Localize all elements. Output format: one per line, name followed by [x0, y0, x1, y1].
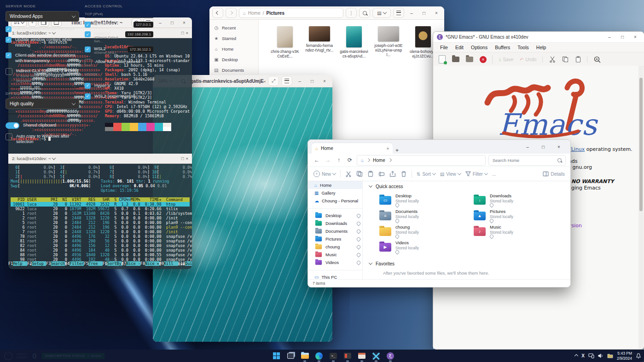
- search-input[interactable]: Search Home: [488, 155, 566, 166]
- undo-button[interactable]: ↶Undo: [520, 57, 536, 62]
- file-thumbnail[interactable]: gatis-marcinkevics-a5uptAd...: [340, 26, 368, 144]
- auto-copy-checkbox[interactable]: [6, 133, 12, 140]
- checkbox[interactable]: ✓: [6, 26, 12, 32]
- terminal-tab-2[interactable]: 2: luca@x410dev: ~ □ ×: [8, 154, 192, 164]
- shared-clipboard-row[interactable]: Shared clipboard: [6, 122, 79, 129]
- close-button[interactable]: ×: [630, 33, 640, 41]
- rename-icon[interactable]: [378, 171, 385, 177]
- minimize-button[interactable]: –: [520, 142, 535, 152]
- new-file-icon[interactable]: [439, 55, 446, 63]
- copy-icon[interactable]: [562, 56, 569, 63]
- fkey-kill[interactable]: F9Kill: [159, 261, 178, 266]
- volume-icon[interactable]: [598, 353, 603, 358]
- delete-icon[interactable]: [400, 171, 407, 177]
- view-toggle-button[interactable]: ▤: [372, 8, 391, 18]
- sidebar-item-home[interactable]: ⌂Home: [209, 44, 258, 54]
- menu-file[interactable]: File: [437, 44, 451, 51]
- refresh-button[interactable]: ⟳: [346, 157, 354, 163]
- search-button[interactable]: [359, 8, 370, 18]
- process-row[interactable]: 2 root 20 0 2448 1328 1220 S 0.0 0.0 0:0…: [11, 216, 190, 220]
- new-tab-button[interactable]: +: [395, 147, 399, 154]
- display-tray-icon[interactable]: [588, 353, 594, 358]
- fkey-search[interactable]: F3Search: [46, 261, 65, 266]
- auto-copy-row[interactable]: Auto copy to Windows after selection: [6, 133, 79, 144]
- up-button[interactable]: ↑: [335, 157, 343, 163]
- server-mode-dropdown[interactable]: Windowed Apps: [6, 11, 79, 22]
- pane-maximize-icon[interactable]: □: [181, 30, 184, 35]
- terminal-pane-htop[interactable]: 0[ 0.0%] 3[ 0.0%] 6[ 0.0%] 9[ 0.0%] 1[ 0…: [8, 164, 192, 266]
- server-mode-option[interactable]: ✓Client-side window decorations with tra…: [6, 52, 79, 63]
- quick-access-item-videos[interactable]: ▶VideosStored locally: [379, 239, 474, 255]
- quick-access-item-music[interactable]: ♪MusicStored locally: [474, 224, 568, 239]
- scrollbar-thumb[interactable]: [639, 78, 643, 211]
- quick-access-header[interactable]: Quick access: [369, 182, 570, 190]
- vsock-row-wsl2-experimental-[interactable]: ✓WSL2 (experimental): [85, 93, 153, 99]
- taskbar-tilix-icon[interactable]: [342, 351, 353, 362]
- hamburger-menu-button[interactable]: [393, 8, 404, 18]
- clock[interactable]: 5:43 PM 2/9/2024: [617, 351, 632, 361]
- checkbox[interactable]: ✓: [85, 93, 91, 99]
- process-row[interactable]: 88 root 20 0 4936 1840 1320 S 0.0 0.0 0:…: [11, 253, 190, 257]
- sidebar-item-home[interactable]: ⌂Home: [308, 181, 362, 189]
- menu-buffers[interactable]: Buffers: [492, 44, 513, 51]
- taskbar-emacs-icon[interactable]: ξ: [385, 351, 396, 362]
- sidebar-item-downloads[interactable]: Downloads: [308, 219, 362, 227]
- tcp-interface-row-hyper-v[interactable]: ✓Hyper-VvEthernet (Default Swit...192.16…: [85, 31, 153, 43]
- close-button[interactable]: ×: [551, 142, 567, 152]
- sidebar-item-desktop[interactable]: ▣Desktop: [209, 54, 258, 65]
- process-row[interactable]: 81 root 20 0 4496 200 56 S 0.0 0.0 0:00.…: [11, 239, 190, 243]
- hamburger-menu-button[interactable]: [281, 76, 292, 86]
- x410-tray-icon[interactable]: X: [581, 353, 585, 358]
- taskbar-x410-icon[interactable]: [371, 351, 382, 362]
- breadcrumb[interactable]: ⌂ Home: [357, 155, 486, 166]
- fkey-nice[interactable]: F7Nice -: [122, 261, 140, 266]
- quick-access-item-pictures[interactable]: ▲PicturesStored locally: [474, 208, 568, 224]
- sidebar-item-this-pc[interactable]: ▭This PC: [308, 273, 362, 280]
- process-row[interactable]: 84 root 20 0 4496 184 40 S 0.0 0.0 0:00.…: [11, 248, 190, 253]
- back-button[interactable]: [212, 8, 223, 18]
- view-button[interactable]: ▤ View: [440, 172, 461, 177]
- public-access-row[interactable]: Allow full public access: [85, 59, 153, 66]
- sidebar-item-gallery[interactable]: ▦Gallery: [308, 189, 362, 197]
- fkey-help[interactable]: F1Help: [8, 261, 27, 266]
- new-button[interactable]: + New: [313, 171, 336, 177]
- checkbox[interactable]: ✓: [85, 22, 91, 28]
- sidebar-item-choung-personal[interactable]: ☁Choung - Personal: [308, 197, 362, 205]
- maximize-button[interactable]: □: [535, 142, 551, 152]
- share-icon[interactable]: [389, 171, 396, 177]
- hidden-icons-chevron[interactable]: [574, 354, 578, 357]
- minimize-button[interactable]: –: [604, 33, 615, 41]
- sidebar-item-choung[interactable]: choung: [308, 243, 362, 251]
- fkey-setup[interactable]: F2Setup: [27, 261, 46, 266]
- menu-tools[interactable]: Tools: [514, 44, 532, 51]
- close-button[interactable]: ×: [179, 18, 189, 27]
- maximize-button[interactable]: □: [167, 18, 177, 27]
- sidebar-item-documents[interactable]: Documents: [308, 227, 362, 235]
- close-tab-icon[interactable]: ×: [387, 146, 389, 151]
- process-row[interactable]: 7 root 20 0 2448 1328 1220 S 0.0 0.0 0:0…: [11, 230, 190, 234]
- fullscreen-button[interactable]: ⤢: [268, 76, 279, 86]
- maximize-button[interactable]: □: [307, 77, 317, 85]
- menu-options[interactable]: Options: [468, 44, 491, 51]
- checkbox[interactable]: ✓: [85, 31, 91, 37]
- server-mode-option[interactable]: Indirect GLX (OpenGL 1.4 Only)⚠ Some vis…: [6, 68, 79, 83]
- sidebar-item-pictures[interactable]: Pictures: [308, 235, 362, 243]
- sidebar-item-recent[interactable]: ◷Recent: [209, 23, 258, 33]
- paste-icon[interactable]: [367, 171, 374, 177]
- open-file-icon[interactable]: [452, 57, 459, 62]
- breadcrumb-home[interactable]: Home: [373, 158, 385, 163]
- process-row[interactable]: 5 root 20 0 2484 212 196 S 0.0 0.0 0:00.…: [11, 220, 190, 225]
- process-row[interactable]: 78 root 20 0 4496 176 32 S 0.0 0.0 0:00.…: [11, 234, 190, 239]
- cut-icon[interactable]: [345, 171, 352, 177]
- search-icon[interactable]: A: [594, 56, 601, 63]
- close-buffer-icon[interactable]: ×: [480, 56, 487, 63]
- quick-access-item-documents[interactable]: ≡DocumentsStored locally: [379, 208, 474, 224]
- pane-maximize-icon[interactable]: □: [181, 156, 184, 161]
- checkbox[interactable]: [6, 68, 12, 75]
- quick-access-item-desktop[interactable]: ▭DesktopStored locally: [379, 192, 474, 208]
- shared-clipboard-toggle[interactable]: [6, 122, 19, 129]
- sidebar-item-desktop[interactable]: Desktop: [308, 212, 362, 219]
- minimize-button[interactable]: –: [406, 9, 417, 17]
- maximize-button[interactable]: □: [419, 9, 429, 17]
- fkey-tree[interactable]: F5Tree: [84, 261, 103, 266]
